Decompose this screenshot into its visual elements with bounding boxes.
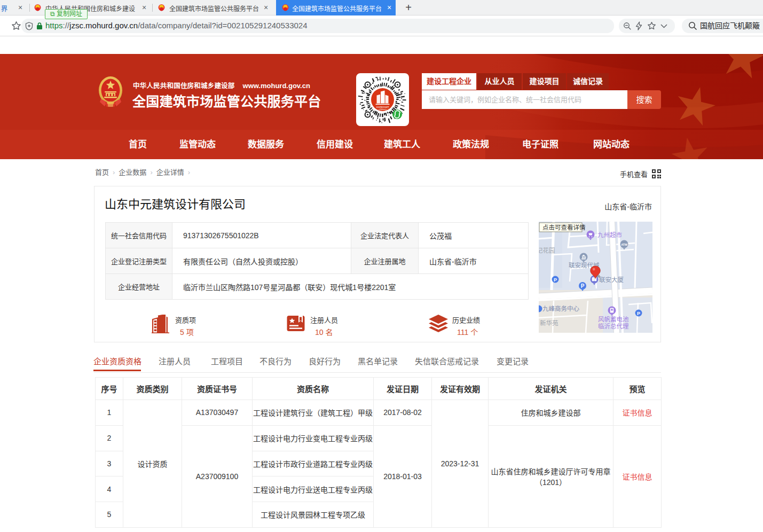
svg-text:P: P: [581, 283, 585, 289]
svg-text:联安大厦: 联安大厦: [599, 276, 624, 283]
svg-text:风帆蓄电池: 风帆蓄电池: [598, 316, 629, 323]
svg-text:全国建筑市场监管: 全国建筑市场监管: [376, 106, 389, 108]
svg-text:P: P: [554, 277, 557, 283]
svg-text:新华苑: 新华苑: [540, 319, 559, 326]
svg-text:P: P: [637, 311, 640, 316]
svg-text:临沂总代理: 临沂总代理: [598, 323, 629, 330]
svg-text:记花园: 记花园: [539, 247, 555, 254]
svg-text:点击可查看详情: 点击可查看详情: [542, 224, 586, 231]
svg-text:ATM: ATM: [621, 243, 627, 246]
svg-text:公共服务平台: 公共服务平台: [379, 108, 387, 111]
svg-text:九峰商务中心: 九峰商务中心: [542, 305, 579, 312]
svg-text:九州超市: 九州超市: [597, 231, 622, 238]
